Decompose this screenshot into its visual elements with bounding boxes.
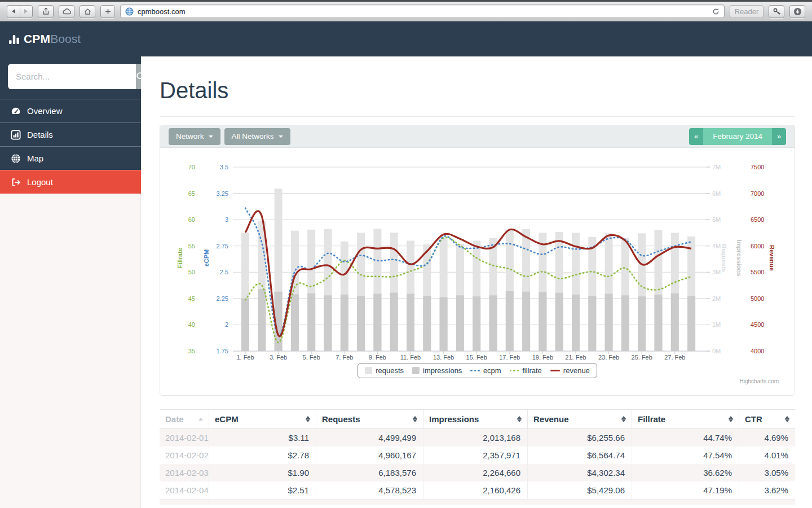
sidebar-item-overview[interactable]: Overview (0, 99, 141, 122)
address-bar[interactable]: cpmboost.com (120, 5, 725, 18)
sort-icon (785, 416, 789, 422)
revenue-axis-title: Revenue (769, 235, 775, 281)
column-label: Requests (322, 414, 360, 424)
plus-icon (105, 8, 111, 15)
reader-button[interactable]: Reader (730, 5, 764, 18)
x-axis-label: 11. Feb (394, 354, 427, 361)
legend-item-fillrate[interactable]: fillrate (510, 366, 542, 375)
month-pager: « February 2014 » (689, 128, 786, 145)
ecpm-axis-tick: 2.75 (208, 243, 228, 249)
password-key-button[interactable] (769, 5, 784, 18)
table-cell: 2,013,168 (423, 429, 527, 446)
table-header-ecpm[interactable]: eCPM (209, 410, 316, 429)
prev-month-button[interactable]: « (689, 128, 703, 145)
column-label: Revenue (533, 414, 569, 424)
legend-item-requests[interactable]: requests (365, 366, 404, 375)
table-cell: 47.54% (632, 446, 739, 464)
back-button[interactable] (7, 6, 20, 17)
x-axis-label: 25. Feb (625, 354, 659, 361)
impressions-bar (291, 294, 299, 351)
impressions-axis-title: Impressions (736, 235, 743, 281)
brand-logo[interactable]: CPMBoost (8, 32, 81, 46)
table-cell: 4.01% (739, 446, 795, 464)
impressions-bar (506, 291, 514, 351)
refresh-icon[interactable] (712, 8, 720, 15)
table-header-date[interactable]: Date (160, 410, 209, 429)
impressions-bar (555, 293, 563, 351)
table-header-impressions[interactable]: Impressions (423, 410, 527, 429)
impressions-bar (522, 292, 530, 351)
table-row: 2014-02-01$3.114,499,4992,013,168$6,255.… (160, 429, 795, 446)
sort-icon (306, 416, 310, 422)
impressions-bar (407, 294, 414, 351)
all-networks-dropdown[interactable]: All Networks (224, 128, 290, 145)
next-month-button[interactable]: » (772, 128, 786, 145)
network-dropdown[interactable]: Network (169, 128, 220, 145)
back-icon (11, 8, 16, 14)
impressions-bar (671, 294, 679, 351)
revenue-axis-tick: 6500 (751, 216, 770, 223)
sidebar-item-map[interactable]: Map (0, 146, 141, 170)
impressions-bar (638, 296, 646, 351)
site-favicon-globe (125, 7, 134, 16)
sidebar-item-details[interactable]: Details (0, 122, 141, 146)
impressions-bar (588, 296, 596, 351)
url-text: cpmboost.com (138, 7, 708, 16)
impressions-bar (423, 296, 431, 351)
table-cell: $1.90 (209, 464, 316, 481)
table-body: 2014-02-01$3.114,499,4992,013,168$6,255.… (160, 429, 795, 499)
logo-bars-icon (8, 33, 20, 45)
impressions-bar (390, 293, 398, 351)
ecpm-axis-tick: 3 (208, 216, 228, 223)
table-cell: $6,255.66 (527, 429, 632, 446)
impressions-bar (341, 295, 348, 351)
table-cell: $5,429.06 (527, 481, 632, 499)
x-axis-label: 27. Feb (658, 354, 692, 361)
volume-axis-tick-label: 7M (712, 164, 729, 170)
search-input[interactable] (8, 64, 136, 89)
table-header-row: DateeCPMRequestsImpressionsRevenueFillra… (160, 410, 795, 429)
chevron-down-icon (209, 135, 213, 138)
table-cell: $4,302.34 (527, 464, 632, 481)
ecpm-axis-tick: 3.5 (208, 164, 228, 170)
sidebar-item-label: Map (27, 154, 43, 163)
table-header-requests[interactable]: Requests (316, 410, 423, 429)
forward-button[interactable] (20, 6, 33, 17)
impressions-bar (307, 294, 315, 351)
volume-axis-tick-label: 2M (712, 295, 729, 302)
table-cell: 4,960,167 (316, 446, 423, 464)
table-cell: $6,564.74 (527, 446, 632, 464)
page-title: Details (160, 78, 795, 103)
fillrate-axis-tick: 60 (178, 216, 195, 223)
new-tab-button[interactable] (100, 5, 115, 18)
legend-label: impressions (423, 366, 462, 375)
fillrate-axis-tick: 70 (178, 164, 195, 170)
impressions-bar (324, 295, 332, 351)
legend-item-revenue[interactable]: revenue (550, 366, 590, 375)
downloads-button[interactable] (789, 5, 805, 18)
chart-legend: requestsimpressionsecpmfillraterevenue (160, 363, 795, 378)
home-button[interactable] (80, 5, 95, 18)
sidebar-item-logout[interactable]: Logout (0, 170, 141, 194)
table-cell: 2014-02-04 (160, 481, 209, 499)
table-row: 2014-02-02$2.784,960,1672,357,971$6,564.… (160, 446, 795, 464)
legend-swatch-fillrate (510, 370, 519, 372)
impressions-bar (539, 292, 546, 351)
legend-label: revenue (563, 366, 590, 375)
icloud-button[interactable] (59, 5, 74, 18)
gauge-icon (11, 106, 21, 116)
x-axis-label: 21. Feb (559, 354, 593, 361)
share-button[interactable] (38, 5, 54, 18)
x-axis-label: 15. Feb (460, 354, 493, 361)
chart-panel-header: Network All Networks « February 2014 » (160, 125, 795, 148)
ecpm-axis-tick: 2.5 (208, 269, 228, 275)
legend-item-ecpm[interactable]: ecpm (470, 366, 501, 375)
highcharts-credit[interactable]: Highcharts.com (740, 378, 779, 384)
table-header-ctr[interactable]: CTR (739, 410, 795, 429)
current-month-label[interactable]: February 2014 (703, 128, 772, 145)
table-header-fillrate[interactable]: Fillrate (632, 410, 739, 429)
column-label: Fillrate (638, 414, 665, 424)
sort-icon (621, 416, 626, 422)
legend-item-impressions[interactable]: impressions (412, 366, 462, 375)
table-header-revenue[interactable]: Revenue (527, 410, 632, 429)
